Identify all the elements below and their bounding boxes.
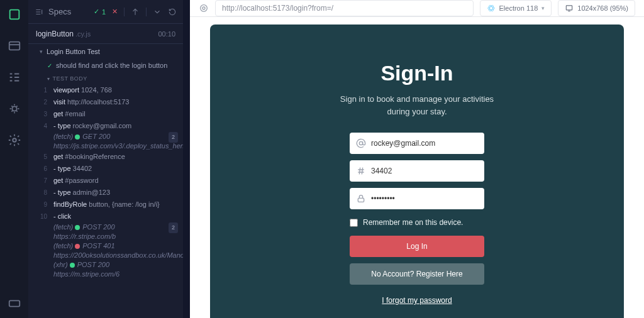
status-dot [75,134,80,140]
request-kind: (fetch) [53,133,75,140]
request-kind: (xhr) [53,261,70,268]
command-row[interactable]: 2visit http://localhost:5173 [28,96,183,108]
command-arg: #bookingReference [63,153,125,160]
command-row[interactable]: 1viewport 1024, 768 [28,84,183,96]
describe-row[interactable]: ▾ Login Button Test [28,44,183,59]
line-number: 3 [33,109,47,119]
command-row[interactable]: 9findByRole button, {name: /log in/i} [28,199,183,211]
line-number: 6 [33,163,47,174]
command-row[interactable]: 5get #bookingReference [28,151,183,163]
command-sub-row[interactable]: https://js.stripe.com/v3/.deploy_status_… [28,141,183,151]
browser-label: Electron 118 [499,4,538,12]
line-number: 2 [33,97,47,107]
line-number: 5 [33,151,47,162]
request-status: POST 200 [82,223,114,231]
ab-debug-icon[interactable] [8,102,21,116]
booking-reference-field[interactable] [371,167,478,175]
command-sub-row[interactable]: (fetch) POST 2002 [28,222,183,232]
url-text: http://localhost:5173/login?from=/ [222,4,333,13]
svg-rect-1 [9,42,19,50]
password-field[interactable] [371,194,478,203]
command-log[interactable]: 1viewport 1024, 7682visit http://localho… [28,84,183,318]
test-body-label: ▾ TEST BODY [28,72,183,84]
login-form: Remember me on this device. Log In No Ac… [350,133,484,305]
login-button[interactable]: Log In [350,236,484,257]
command-sub-row[interactable]: (xhr) POST 200 [28,260,183,270]
request-status: GET 200 [82,133,110,140]
command-arg: 1024, 768 [79,86,112,94]
spec-file-row[interactable]: loginButton .cy.js 00:10 [28,24,183,44]
command-row[interactable]: 10- click [28,211,183,222]
ab-list-icon[interactable] [8,70,21,84]
command-row[interactable]: 4- type rockey@gmail.com [28,120,183,132]
check-icon: ✓ [47,62,52,69]
reporter-pane: Specs ✓ 1 ✕ loginButton .cy.js 00:10 ▾ L… [28,0,183,318]
command-arg: #password [63,177,98,184]
rerun-icon[interactable] [168,8,177,16]
remember-row[interactable]: Remember me on this device. [350,218,484,227]
viewport-label: 1024x768 (95%) [577,4,628,12]
svg-point-6 [203,7,205,9]
ab-runs-icon[interactable] [8,39,21,53]
command-sub-row[interactable]: https://r.stripe.com/b [28,232,183,241]
specs-title: Specs [48,7,71,16]
request-kind: (fetch) [53,223,75,231]
status-dot [75,244,80,249]
command-row[interactable]: 8- type admin@123 [28,187,183,199]
command-arg: http://localhost:5173 [65,98,130,106]
command-sub-row[interactable]: (fetch) POST 401 [28,241,183,251]
request-status: POST 200 [77,261,109,268]
line-number: 9 [33,199,47,210]
viewport-icon [565,4,574,13]
command-name: get [53,110,63,118]
line-number: 10 [33,211,47,222]
electron-icon [487,4,496,13]
hash-icon [356,166,366,176]
command-name: - type [53,165,71,172]
command-sub-row[interactable]: https://m.stripe.com/6 [28,270,183,279]
it-title: should find and click the login button [56,62,167,69]
svg-point-11 [359,141,362,145]
command-row[interactable]: 7get #password [28,175,183,187]
command-row[interactable]: 6- type 34402 [28,163,183,175]
svg-point-2 [12,106,16,111]
ab-tests-icon[interactable] [8,8,21,21]
svg-rect-0 [9,10,19,19]
toggle-autoscroll-icon[interactable] [131,8,140,16]
line-number: 1 [33,85,47,96]
login-subtitle: Sign in to book and manage your activiti… [329,93,505,118]
ab-keyboard-icon[interactable] [8,297,21,310]
specs-toggle-icon[interactable] [35,8,43,16]
register-button[interactable]: No Account? Register Here [350,263,484,285]
selector-playground-icon[interactable] [199,3,209,13]
svg-rect-10 [567,6,572,10]
remember-label: Remember me on this device. [363,218,463,227]
spec-extension: .cy.js [75,30,91,38]
status-dot [75,225,80,230]
reference-field-wrapper [350,160,484,182]
command-name: get [53,153,63,160]
login-title: Sign-In [380,61,453,85]
command-sub-row[interactable]: https://200oksolutionssandbox.co.uk/Mano… [28,251,183,260]
remember-checkbox[interactable] [350,219,358,227]
it-row[interactable]: ✓ should find and click the login button [28,59,183,72]
browser-selector[interactable]: Electron 118 ▾ [480,0,552,16]
ab-settings-icon[interactable] [8,133,21,147]
chevron-down-icon[interactable] [153,8,162,16]
svg-point-5 [201,5,208,12]
reporter-scrollbar[interactable] [183,0,190,318]
email-field[interactable] [371,139,478,148]
aut-header: http://localhost:5173/login?from=/ Elect… [190,0,644,17]
line-number: 7 [33,175,47,186]
command-name: viewport [53,86,79,94]
spec-name: loginButton [36,30,74,38]
specs-header: Specs ✓ 1 ✕ [28,0,183,24]
viewport-indicator[interactable]: 1024x768 (95%) [558,0,635,16]
request-kind: (fetch) [53,242,75,249]
command-sub-row[interactable]: (fetch) GET 2002 [28,132,183,141]
forgot-password-link[interactable]: I forgot my password [350,296,484,305]
svg-rect-4 [9,300,19,306]
chevron-down-icon: ▾ [40,48,43,55]
command-row[interactable]: 3get #email [28,108,183,120]
url-bar[interactable]: http://localhost:5173/login?from=/ [215,0,474,16]
